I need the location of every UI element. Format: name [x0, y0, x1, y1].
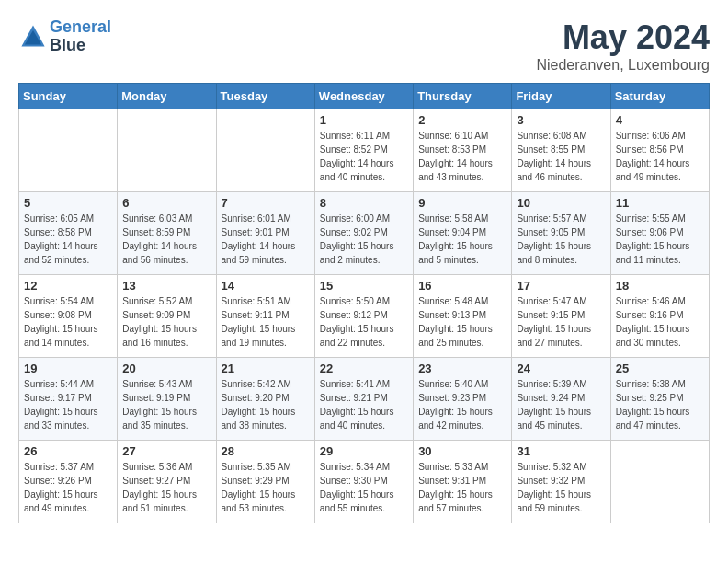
day-info: Sunrise: 5:52 AM Sunset: 9:09 PM Dayligh… [122, 294, 210, 350]
calendar-cell: 31Sunrise: 5:32 AM Sunset: 9:32 PM Dayli… [512, 441, 610, 523]
calendar-cell: 16Sunrise: 5:48 AM Sunset: 9:13 PM Dayli… [414, 275, 512, 358]
day-number: 6 [122, 196, 210, 210]
calendar-cell: 30Sunrise: 5:33 AM Sunset: 9:31 PM Dayli… [414, 441, 512, 523]
calendar-cell [216, 109, 314, 192]
day-info: Sunrise: 5:51 AM Sunset: 9:11 PM Dayligh… [222, 294, 310, 350]
day-info: Sunrise: 5:57 AM Sunset: 9:05 PM Dayligh… [517, 212, 605, 267]
calendar-cell: 27Sunrise: 5:36 AM Sunset: 9:27 PM Dayli… [118, 441, 216, 523]
calendar-cell: 25Sunrise: 5:38 AM Sunset: 9:25 PM Dayli… [610, 358, 709, 441]
day-info: Sunrise: 5:35 AM Sunset: 9:29 PM Dayligh… [222, 460, 310, 515]
day-number: 13 [122, 279, 210, 293]
day-number: 15 [320, 279, 408, 293]
week-row-2: 5Sunrise: 6:05 AM Sunset: 8:58 PM Daylig… [19, 192, 710, 275]
calendar-cell: 19Sunrise: 5:44 AM Sunset: 9:17 PM Dayli… [19, 358, 118, 441]
calendar-cell: 24Sunrise: 5:39 AM Sunset: 9:24 PM Dayli… [512, 358, 610, 441]
day-number: 17 [517, 279, 605, 293]
day-number: 8 [320, 196, 408, 210]
day-info: Sunrise: 5:38 AM Sunset: 9:25 PM Dayligh… [616, 377, 704, 432]
day-number: 10 [517, 196, 605, 210]
calendar-cell [118, 109, 216, 192]
weekday-header-monday: Monday [118, 84, 216, 109]
day-number: 12 [24, 279, 112, 293]
weekday-header-wednesday: Wednesday [314, 84, 413, 109]
calendar-cell: 29Sunrise: 5:34 AM Sunset: 9:30 PM Dayli… [314, 441, 413, 523]
title-block: May 2024 Niederanven, Luxembourg [536, 18, 710, 74]
day-number: 28 [222, 444, 310, 458]
calendar-cell: 14Sunrise: 5:51 AM Sunset: 9:11 PM Dayli… [216, 275, 314, 358]
week-row-5: 26Sunrise: 5:37 AM Sunset: 9:26 PM Dayli… [19, 441, 710, 523]
weekday-header-tuesday: Tuesday [216, 84, 314, 109]
day-number: 20 [122, 362, 210, 375]
day-info: Sunrise: 5:48 AM Sunset: 9:13 PM Dayligh… [418, 294, 506, 350]
day-number: 19 [24, 362, 112, 375]
calendar-cell: 4Sunrise: 6:06 AM Sunset: 8:56 PM Daylig… [610, 109, 709, 192]
day-info: Sunrise: 6:08 AM Sunset: 8:55 PM Dayligh… [517, 129, 605, 184]
logo-general: General [50, 17, 111, 36]
day-info: Sunrise: 6:11 AM Sunset: 8:52 PM Dayligh… [320, 129, 408, 184]
day-number: 16 [418, 279, 506, 293]
calendar-cell: 12Sunrise: 5:54 AM Sunset: 9:08 PM Dayli… [19, 275, 118, 358]
day-number: 24 [517, 362, 605, 375]
calendar-cell: 2Sunrise: 6:10 AM Sunset: 8:53 PM Daylig… [414, 109, 512, 192]
calendar-cell: 23Sunrise: 5:40 AM Sunset: 9:23 PM Dayli… [414, 358, 512, 441]
location-subtitle: Niederanven, Luxembourg [536, 57, 710, 74]
day-info: Sunrise: 6:03 AM Sunset: 8:59 PM Dayligh… [122, 212, 210, 267]
logo-blue: Blue [50, 36, 85, 54]
calendar-cell: 9Sunrise: 5:58 AM Sunset: 9:04 PM Daylig… [414, 192, 512, 275]
day-info: Sunrise: 5:47 AM Sunset: 9:15 PM Dayligh… [517, 294, 605, 350]
day-number: 18 [616, 279, 704, 293]
day-info: Sunrise: 5:50 AM Sunset: 9:12 PM Dayligh… [320, 294, 408, 350]
day-info: Sunrise: 6:10 AM Sunset: 8:53 PM Dayligh… [418, 129, 506, 184]
day-info: Sunrise: 5:34 AM Sunset: 9:30 PM Dayligh… [320, 460, 408, 515]
day-info: Sunrise: 6:01 AM Sunset: 9:01 PM Dayligh… [222, 212, 310, 267]
calendar-cell: 17Sunrise: 5:47 AM Sunset: 9:15 PM Dayli… [512, 275, 610, 358]
calendar-cell: 28Sunrise: 5:35 AM Sunset: 9:29 PM Dayli… [216, 441, 314, 523]
day-info: Sunrise: 5:54 AM Sunset: 9:08 PM Dayligh… [24, 294, 112, 350]
week-row-3: 12Sunrise: 5:54 AM Sunset: 9:08 PM Dayli… [19, 275, 710, 358]
day-info: Sunrise: 5:46 AM Sunset: 9:16 PM Dayligh… [616, 294, 704, 350]
weekday-header-row: SundayMondayTuesdayWednesdayThursdayFrid… [19, 84, 710, 109]
calendar-cell: 15Sunrise: 5:50 AM Sunset: 9:12 PM Dayli… [314, 275, 413, 358]
day-info: Sunrise: 6:05 AM Sunset: 8:58 PM Dayligh… [24, 212, 112, 267]
day-number: 7 [222, 196, 310, 210]
day-number: 30 [418, 444, 506, 458]
calendar-cell: 1Sunrise: 6:11 AM Sunset: 8:52 PM Daylig… [314, 109, 413, 192]
calendar-cell: 3Sunrise: 6:08 AM Sunset: 8:55 PM Daylig… [512, 109, 610, 192]
weekday-header-friday: Friday [512, 84, 610, 109]
calendar-cell: 6Sunrise: 6:03 AM Sunset: 8:59 PM Daylig… [118, 192, 216, 275]
month-title: May 2024 [536, 18, 710, 57]
day-info: Sunrise: 5:36 AM Sunset: 9:27 PM Dayligh… [122, 460, 210, 515]
calendar-cell: 5Sunrise: 6:05 AM Sunset: 8:58 PM Daylig… [19, 192, 118, 275]
day-info: Sunrise: 5:42 AM Sunset: 9:20 PM Dayligh… [222, 377, 310, 432]
calendar-cell: 10Sunrise: 5:57 AM Sunset: 9:05 PM Dayli… [512, 192, 610, 275]
week-row-1: 1Sunrise: 6:11 AM Sunset: 8:52 PM Daylig… [19, 109, 710, 192]
weekday-header-thursday: Thursday [414, 84, 512, 109]
logo: General Blue [18, 18, 111, 55]
day-number: 1 [320, 113, 408, 127]
calendar-cell: 20Sunrise: 5:43 AM Sunset: 9:19 PM Dayli… [118, 358, 216, 441]
day-info: Sunrise: 5:37 AM Sunset: 9:26 PM Dayligh… [24, 460, 112, 515]
day-number: 11 [616, 196, 704, 210]
day-info: Sunrise: 5:41 AM Sunset: 9:21 PM Dayligh… [320, 377, 408, 432]
day-info: Sunrise: 5:33 AM Sunset: 9:31 PM Dayligh… [418, 460, 506, 515]
day-info: Sunrise: 5:39 AM Sunset: 9:24 PM Dayligh… [517, 377, 605, 432]
day-number: 27 [122, 444, 210, 458]
page-header: General Blue May 2024 Niederanven, Luxem… [18, 18, 710, 74]
calendar-cell: 11Sunrise: 5:55 AM Sunset: 9:06 PM Dayli… [610, 192, 709, 275]
calendar-cell: 21Sunrise: 5:42 AM Sunset: 9:20 PM Dayli… [216, 358, 314, 441]
day-info: Sunrise: 5:55 AM Sunset: 9:06 PM Dayligh… [616, 212, 704, 267]
day-number: 5 [24, 196, 112, 210]
day-number: 9 [418, 196, 506, 210]
day-number: 3 [517, 113, 605, 127]
day-number: 21 [222, 362, 310, 375]
day-number: 25 [616, 362, 704, 375]
calendar-cell [19, 109, 118, 192]
calendar-table: SundayMondayTuesdayWednesdayThursdayFrid… [18, 83, 710, 523]
day-info: Sunrise: 5:32 AM Sunset: 9:32 PM Dayligh… [517, 460, 605, 515]
day-number: 31 [517, 444, 605, 458]
day-number: 22 [320, 362, 408, 375]
weekday-header-saturday: Saturday [610, 84, 709, 109]
calendar-cell: 26Sunrise: 5:37 AM Sunset: 9:26 PM Dayli… [19, 441, 118, 523]
calendar-cell: 18Sunrise: 5:46 AM Sunset: 9:16 PM Dayli… [610, 275, 709, 358]
weekday-header-sunday: Sunday [19, 84, 118, 109]
